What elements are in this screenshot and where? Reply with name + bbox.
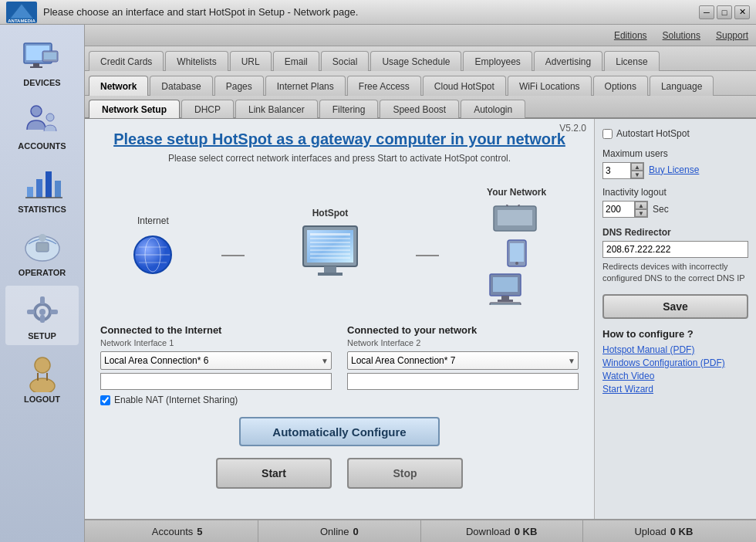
subtab-row: Network SetupDHCPLink BalancerFilteringS… [85, 96, 756, 119]
sidebar-operator-label: OPERATOR [19, 268, 66, 277]
tab-free-access[interactable]: Free Access [347, 76, 421, 96]
svg-rect-4 [33, 63, 39, 66]
sidebar-setup-label: SETUP [28, 331, 56, 340]
status-bar: Accounts 5 Online 0 Download 0 KB Upload… [85, 519, 756, 542]
tab-advertising[interactable]: Advertising [534, 51, 602, 71]
editions-link[interactable]: Editions [614, 30, 647, 41]
sidebar-item-setup[interactable]: SETUP [5, 286, 79, 345]
page-subtext: Please select correct network interfaces… [100, 153, 579, 164]
svg-rect-11 [36, 179, 42, 198]
svg-rect-20 [40, 296, 45, 304]
nat-label: Enable NAT (Internet Sharing) [114, 395, 238, 405]
dns-section: DNS Redirector Redirects devices with in… [602, 227, 748, 285]
tab-internet-plans[interactable]: Internet Plans [265, 76, 346, 96]
svg-rect-43 [318, 273, 343, 276]
hotspot-manual-link[interactable]: Hotspot Manual (PDF) [602, 344, 748, 355]
dns-title: DNS Redirector [602, 227, 748, 238]
autostart-checkbox[interactable] [602, 129, 613, 139]
subtab-speed-boost[interactable]: Speed Boost [380, 100, 459, 118]
max-users-input[interactable] [603, 163, 630, 178]
tab-network[interactable]: Network [89, 76, 148, 96]
minimize-button[interactable]: ─ [699, 5, 714, 19]
sidebar-item-accounts[interactable]: ACCOUNTS [5, 96, 79, 155]
content-area: V5.2.0 Please setup HotSpot as a gateway… [85, 119, 756, 519]
max-users-up-btn[interactable]: ▲ [631, 163, 643, 171]
interface2-ip-input[interactable] [347, 373, 579, 390]
svg-point-25 [30, 378, 55, 392]
sidebar-item-operator[interactable]: OPERATOR [5, 222, 79, 282]
windows-config-link[interactable]: Windows Configuration (PDF) [602, 357, 748, 368]
internet-connection-col: Connected to the Internet Network Interf… [100, 324, 332, 405]
svg-rect-41 [310, 257, 350, 259]
svg-rect-40 [310, 253, 350, 255]
svg-rect-45 [498, 210, 532, 225]
svg-point-24 [35, 357, 50, 373]
save-button[interactable]: Save [602, 294, 748, 319]
tab-whitelists[interactable]: Whitelists [165, 51, 228, 71]
svg-rect-52 [493, 277, 518, 292]
subtab-link-balancer[interactable]: Link Balancer [235, 100, 318, 118]
tab-credit-cards[interactable]: Credit Cards [89, 51, 164, 71]
svg-rect-22 [27, 310, 35, 314]
svg-rect-42 [324, 266, 336, 273]
close-button[interactable]: ✕ [734, 5, 750, 19]
watch-video-link[interactable]: Watch Video [602, 371, 748, 381]
main-layout: DEVICES ACCOUNTS STATISTICS [0, 25, 756, 542]
sidebar-item-statistics[interactable]: STATISTICS [5, 159, 79, 218]
max-users-down-btn[interactable]: ▼ [631, 171, 643, 178]
start-wizard-link[interactable]: Start Wizard [602, 384, 748, 395]
network-diagram: Internet [100, 179, 579, 313]
svg-rect-21 [40, 315, 45, 323]
tab-url[interactable]: URL [230, 51, 272, 71]
solutions-link[interactable]: Solutions [663, 30, 700, 41]
tab-employees[interactable]: Employees [463, 51, 532, 71]
right-panel: Autostart HotSpot Maximum users ▲ ▼ [594, 119, 756, 519]
subtab-filtering[interactable]: Filtering [319, 100, 379, 118]
tab-email[interactable]: Email [273, 51, 319, 71]
interface1-select-wrapper: Local Area Connection* 6 ▼ [100, 351, 332, 370]
connected-network-title: Connected to your network [347, 324, 579, 336]
tab-pages[interactable]: Pages [214, 76, 264, 96]
subtab-network-setup[interactable]: Network Setup [89, 100, 180, 118]
buy-license-link[interactable]: Buy License [649, 164, 699, 175]
utility-bar: Editions Solutions Support [85, 25, 756, 46]
subtab-autologin[interactable]: Autologin [461, 100, 525, 118]
tab-license[interactable]: License [604, 51, 659, 71]
start-button[interactable]: Start [216, 458, 332, 489]
stop-button[interactable]: Stop [347, 458, 463, 489]
action-buttons: Start Stop [100, 458, 579, 489]
tab-options[interactable]: Options [593, 76, 648, 96]
tab-cloud-hotspot[interactable]: Cloud HotSpot [423, 76, 506, 96]
internet-label: Internet [137, 215, 169, 226]
tab-database[interactable]: Database [150, 76, 212, 96]
tab-wifi-locations[interactable]: WiFi Locations [508, 76, 592, 96]
tab-social[interactable]: Social [321, 51, 370, 71]
support-link[interactable]: Support [716, 30, 748, 41]
sidebar-item-logout[interactable]: LOGOUT [5, 349, 79, 408]
subtab-dhcp[interactable]: DHCP [181, 100, 234, 118]
tab-language[interactable]: Language [650, 76, 714, 96]
tab-usage-schedule[interactable]: Usage Schedule [370, 51, 461, 71]
sidebar-statistics-label: STATISTICS [18, 205, 66, 214]
inactivity-up-btn[interactable]: ▲ [635, 202, 647, 209]
svg-rect-7 [44, 53, 56, 59]
operator-icon [21, 227, 64, 266]
maximize-button[interactable]: □ [717, 5, 732, 19]
interface1-ip-input[interactable] [100, 373, 332, 390]
upload-key: Upload [634, 526, 666, 537]
sidebar-item-devices[interactable]: DEVICES [5, 32, 79, 92]
inactivity-input[interactable] [603, 202, 634, 217]
auto-configure-button[interactable]: Automatically Configure [239, 417, 440, 446]
interface2-select[interactable]: Local Area Connection* 7 [347, 351, 579, 370]
svg-rect-53 [501, 296, 509, 300]
nat-checkbox[interactable] [100, 395, 110, 405]
sidebar-devices-label: DEVICES [23, 78, 60, 87]
status-upload: Upload 0 KB [583, 520, 744, 542]
setup-icon [21, 290, 64, 329]
inactivity-down-btn[interactable]: ▼ [635, 209, 647, 217]
interface1-select[interactable]: Local Area Connection* 6 [100, 351, 332, 370]
interface2-select-wrapper: Local Area Connection* 7 ▼ [347, 351, 579, 370]
dns-input[interactable] [602, 241, 748, 258]
title-bar: ANTAMEDIA Please choose an interface and… [0, 0, 756, 25]
svg-rect-13 [55, 181, 61, 198]
